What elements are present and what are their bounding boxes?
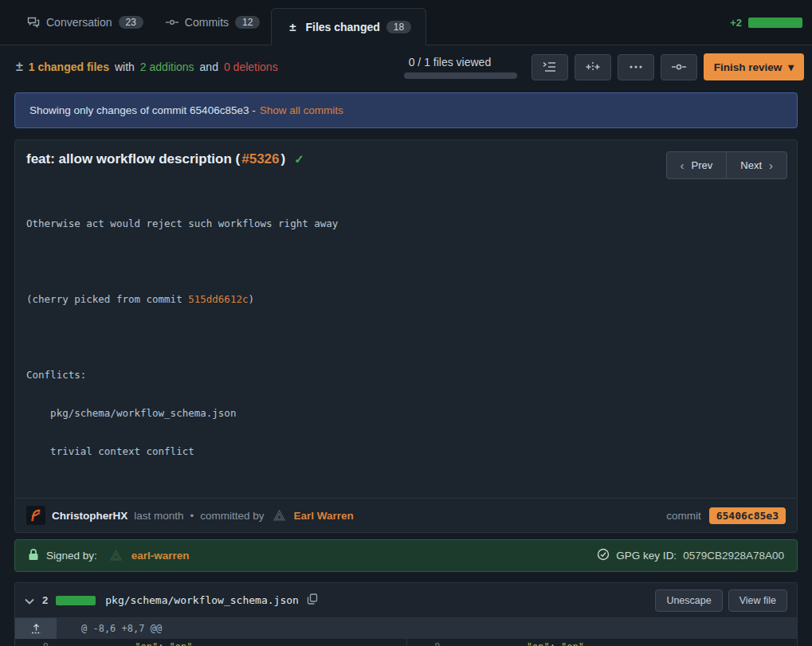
gpg-key-label: GPG key ID: — [616, 550, 677, 562]
collapse-file-chevron-icon[interactable] — [25, 594, 34, 607]
caret-down-icon: ▾ — [788, 61, 794, 73]
dot-separator: • — [190, 510, 194, 522]
prev-label: Prev — [692, 159, 713, 171]
diff-summary-row: ± 1 changed files with 2 additions and 0… — [0, 45, 812, 88]
files-viewed-progress: 0 / 1 files viewed — [404, 56, 517, 79]
signer-avatar[interactable] — [108, 547, 124, 564]
file-tree-toggle-button[interactable] — [532, 54, 568, 80]
pr-tab-bar: Conversation 23 Commits 12 ± Files chang… — [0, 0, 812, 45]
conflicts-header: Conflicts: — [26, 369, 786, 382]
signed-by-label: Signed by: — [46, 550, 97, 562]
diff-line-right[interactable]: 8 "on": "on", — [406, 639, 798, 646]
diffstat-summary: +2 — [730, 17, 802, 29]
show-all-commits-link[interactable]: Show all commits — [260, 104, 343, 116]
commit-message-line: Otherwise act would reject such workflow… — [26, 217, 786, 230]
diff-file-header: 2 pkg/schema/workflow_schema.json Unesca… — [15, 583, 797, 618]
hunk-header-row: @ -8,6 +8,7 @@ — [15, 618, 797, 639]
deletions-text: 0 deletions — [224, 61, 278, 73]
view-file-button[interactable]: View file — [728, 589, 787, 612]
commit-title-suffix: ) — [281, 151, 286, 167]
diff-file-box: 2 pkg/schema/workflow_schema.json Unesca… — [14, 582, 798, 646]
more-options-button[interactable] — [618, 54, 654, 80]
commits-dropdown-button[interactable] — [661, 54, 697, 80]
signer-name[interactable]: earl-warren — [131, 550, 190, 562]
diff-icon: ± — [286, 20, 299, 33]
commits-count-badge: 12 — [235, 16, 260, 29]
hunk-header-text: @ -8,6 +8,7 @@ — [81, 623, 162, 634]
lock-icon — [28, 548, 39, 563]
files-viewed-bar — [404, 72, 517, 79]
commit-date: last month — [134, 510, 183, 522]
file-additions-count: 2 — [42, 594, 48, 606]
file-diffstat-bar — [56, 596, 96, 605]
next-label: Next — [740, 159, 762, 171]
line-number: 8 — [15, 639, 57, 646]
tab-conversation-label: Conversation — [46, 16, 112, 29]
commit-sha-badge[interactable]: 65406c85e3 — [709, 507, 786, 524]
cherry-pick-line: (cherry picked from commit 515dd6612c) — [26, 293, 786, 306]
commit-title-text: feat: allow workflow description ( — [26, 151, 240, 167]
commit-title: feat: allow workflow description (#5326)… — [26, 151, 304, 167]
diffstat-additions: +2 — [730, 17, 742, 29]
split-view-toggle-button[interactable] — [575, 54, 611, 80]
chevron-left-icon: ‹ — [681, 159, 685, 172]
conversation-count-badge: 23 — [119, 16, 143, 29]
commit-meta-row: ChristopherHX last month • committed by … — [15, 498, 797, 532]
commit-label: commit — [666, 510, 701, 522]
diffstat-bar — [748, 18, 802, 28]
tab-commits[interactable]: Commits 12 — [155, 8, 272, 37]
commit-status-check-icon[interactable]: ✓ — [294, 152, 304, 166]
commit-filter-banner: Showing only changes of commit 65406c85e… — [14, 92, 798, 128]
expand-hunk-button[interactable] — [15, 618, 57, 639]
commit-pagination: ‹ Prev Next › — [666, 151, 787, 179]
changed-files-summary: ± 1 changed files with 2 additions and 0… — [16, 60, 278, 74]
code-text: "on": "on", — [77, 639, 406, 646]
commit-box: feat: allow workflow description (#5326)… — [14, 139, 798, 533]
commit-message-body: Otherwise act would reject such workflow… — [15, 182, 797, 498]
committer-name[interactable]: Earl Warren — [294, 510, 354, 522]
conflict-file-line: pkg/schema/workflow_schema.json — [26, 407, 786, 420]
conflict-note-line: trivial context conflict — [26, 445, 786, 458]
gpg-key-value: 0579CB2928A78A00 — [683, 550, 784, 562]
committer-avatar[interactable] — [271, 507, 288, 524]
author-avatar[interactable] — [26, 506, 45, 525]
finish-review-button[interactable]: Finish review ▾ — [704, 53, 804, 80]
copy-path-icon[interactable] — [307, 593, 318, 607]
file-name[interactable]: pkg/schema/workflow_schema.json — [105, 594, 299, 606]
tab-conversation[interactable]: Conversation 23 — [16, 8, 155, 37]
issue-link[interactable]: #5326 — [241, 151, 279, 167]
summary-and: and — [200, 61, 218, 73]
code-text: "on": "on", — [469, 639, 798, 646]
diff-icon: ± — [16, 60, 23, 74]
signature-bar: Signed by: earl-warren GPG key ID: 0579C… — [14, 539, 798, 572]
author-name[interactable]: ChristopherHX — [52, 510, 127, 522]
cherry-pick-sha-link[interactable]: 515dd6612c — [188, 293, 248, 305]
tab-commits-label: Commits — [185, 16, 229, 29]
comment-discussion-icon — [27, 16, 40, 29]
summary-with: with — [115, 61, 135, 73]
changed-files-text: 1 changed files — [29, 61, 109, 73]
unescape-button[interactable]: Unescape — [655, 589, 722, 612]
committed-by-label: committed by — [200, 510, 264, 522]
chevron-right-icon: › — [769, 159, 773, 172]
files-viewed-label: 0 / 1 files viewed — [404, 56, 517, 69]
line-number: 8 — [407, 639, 449, 646]
tab-files-changed-label: Files changed — [305, 21, 379, 33]
banner-text: Showing only changes of commit 65406c85e… — [29, 104, 256, 116]
diff-row: 8 "on": "on", 8 "on": "on", — [15, 639, 797, 646]
tab-files-changed[interactable]: ± Files changed 18 — [271, 8, 426, 45]
finish-review-label: Finish review — [714, 61, 783, 73]
git-commit-icon — [166, 18, 178, 27]
shield-check-icon — [597, 548, 610, 563]
files-changed-count-badge: 18 — [386, 21, 411, 33]
diff-line-left[interactable]: 8 "on": "on", — [15, 639, 406, 646]
prev-commit-button[interactable]: ‹ Prev — [666, 151, 728, 179]
additions-text: 2 additions — [140, 61, 194, 73]
next-commit-button[interactable]: Next › — [726, 151, 787, 179]
